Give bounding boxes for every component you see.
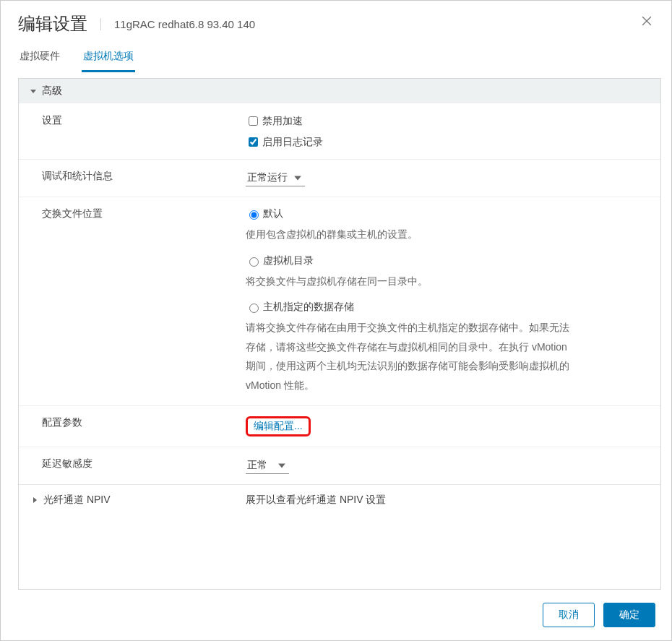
- radio-swap-default[interactable]: [249, 210, 259, 220]
- select-debug-stats-value: 正常运行: [247, 171, 288, 184]
- desc-swap-vm-dir: 将交换文件与虚拟机存储在同一目录中。: [246, 272, 578, 291]
- section-summary-npiv: 展开以查看光纤通道 NPIV 设置: [246, 494, 386, 507]
- section-title-npiv: 光纤通道 NPIV: [43, 494, 111, 507]
- edit-settings-dialog: 编辑设置 11gRAC redhat6.8 93.40 140 虚拟硬件 虚拟机…: [0, 0, 672, 641]
- label-settings: 设置: [29, 114, 246, 149]
- tab-virtual-hardware[interactable]: 虚拟硬件: [18, 44, 61, 72]
- svg-marker-5: [33, 497, 37, 503]
- select-latency-value: 正常: [247, 459, 272, 472]
- dialog-header: 编辑设置 11gRAC redhat6.8 93.40 140: [1, 1, 671, 44]
- checkbox-enable-logging[interactable]: [249, 137, 258, 147]
- radio-swap-vm-dir[interactable]: [249, 257, 259, 267]
- label-config-params: 配置参数: [29, 416, 246, 436]
- section-title-advanced: 高级: [42, 85, 62, 98]
- row-swap-location: 交换文件位置 默认 使用包含虚拟机的群集或主机的设置。: [19, 197, 660, 405]
- dialog-subtitle: 11gRAC redhat6.8 93.40 140: [100, 18, 255, 30]
- dialog-footer: 取消 确定: [1, 590, 671, 640]
- svg-marker-3: [294, 176, 301, 181]
- radio-swap-host-datastore[interactable]: [249, 304, 259, 313]
- chevron-right-icon: [30, 496, 39, 504]
- radio-label-swap-host-datastore: 主机指定的数据存储: [263, 301, 354, 314]
- svg-marker-2: [30, 90, 36, 93]
- options-scroll[interactable]: 高级 设置 禁用加速 启用日志记录: [19, 79, 660, 589]
- chevron-down-icon: [277, 461, 286, 470]
- checkbox-disable-accel[interactable]: [249, 116, 258, 126]
- ok-button[interactable]: 确定: [603, 603, 655, 627]
- tab-vm-options[interactable]: 虚拟机选项: [82, 44, 135, 72]
- row-debug-stats: 调试和统计信息 正常运行: [19, 159, 660, 197]
- dialog-title: 编辑设置: [18, 12, 100, 35]
- radio-label-swap-default: 默认: [263, 207, 283, 220]
- select-debug-stats[interactable]: 正常运行: [246, 170, 305, 186]
- label-latency: 延迟敏感度: [29, 457, 246, 474]
- link-edit-config[interactable]: 编辑配置...: [254, 420, 303, 431]
- row-latency: 延迟敏感度 正常: [19, 447, 660, 484]
- cancel-button[interactable]: 取消: [543, 603, 595, 627]
- svg-marker-4: [278, 463, 285, 468]
- highlight-edit-config: 编辑配置...: [246, 416, 311, 436]
- row-config-params: 配置参数 编辑配置...: [19, 405, 660, 447]
- select-latency[interactable]: 正常: [246, 457, 289, 474]
- section-header-advanced[interactable]: 高级: [19, 79, 660, 103]
- desc-swap-default: 使用包含虚拟机的群集或主机的设置。: [246, 225, 578, 244]
- panel-wrap: 高级 设置 禁用加速 启用日志记录: [1, 72, 671, 590]
- tabs: 虚拟硬件 虚拟机选项: [1, 44, 671, 72]
- row-settings: 设置 禁用加速 启用日志记录: [19, 103, 660, 159]
- chevron-down-icon: [293, 173, 302, 182]
- options-panel: 高级 设置 禁用加速 启用日志记录: [18, 78, 661, 590]
- close-icon[interactable]: [639, 14, 654, 28]
- radio-label-swap-vm-dir: 虚拟机目录: [263, 254, 314, 267]
- desc-swap-host-datastore: 请将交换文件存储在由用于交换文件的主机指定的数据存储中。如果无法存储，请将这些交…: [246, 318, 578, 395]
- section-header-npiv[interactable]: 光纤通道 NPIV 展开以查看光纤通道 NPIV 设置: [19, 484, 660, 515]
- label-debug-stats: 调试和统计信息: [29, 170, 246, 186]
- chevron-down-icon: [29, 87, 38, 95]
- label-swap-location: 交换文件位置: [29, 207, 246, 395]
- label-enable-logging: 启用日志记录: [262, 136, 323, 149]
- label-disable-accel: 禁用加速: [262, 115, 303, 128]
